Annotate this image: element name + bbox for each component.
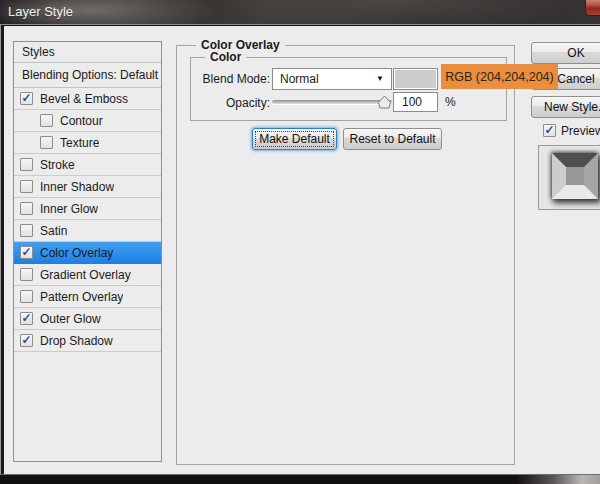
checkbox[interactable] xyxy=(20,202,33,215)
styles-panel: Styles Blending Options: Default ✓Bevel … xyxy=(13,41,162,462)
checkbox[interactable] xyxy=(20,290,33,303)
style-item-drop-shadow[interactable]: ✓Drop Shadow xyxy=(14,330,161,352)
bevel-preview-image xyxy=(552,153,598,199)
preview-label: Preview xyxy=(561,124,600,138)
dialog-body: Styles Blending Options: Default ✓Bevel … xyxy=(4,26,600,474)
checkbox[interactable] xyxy=(20,180,33,193)
style-item-gradient-overlay[interactable]: Gradient Overlay xyxy=(14,264,161,286)
make-default-button[interactable]: Make Default xyxy=(252,128,337,150)
blend-mode-select[interactable]: Normal ▼ xyxy=(272,68,392,90)
style-item-label: Outer Glow xyxy=(40,312,101,326)
rgb-annotation-text: RGB (204,204,204) xyxy=(445,70,553,84)
opacity-input[interactable]: 100 xyxy=(393,92,438,112)
style-item-label: Satin xyxy=(40,224,67,238)
color-group-title: Color xyxy=(205,50,246,64)
titlebar[interactable]: Layer Style xyxy=(0,0,600,25)
opacity-slider[interactable] xyxy=(272,92,392,112)
opacity-label: Opacity: xyxy=(190,92,270,114)
style-item-label: Stroke xyxy=(40,158,75,172)
new-style-button[interactable]: New Style... xyxy=(531,96,600,118)
opacity-unit: % xyxy=(445,92,456,112)
reset-to-default-button[interactable]: Reset to Default xyxy=(343,128,442,150)
preview-toggle[interactable]: ✓ Preview xyxy=(543,123,600,138)
style-item-inner-glow[interactable]: Inner Glow xyxy=(14,198,161,220)
checkbox[interactable]: ✓ xyxy=(20,246,33,259)
blend-mode-label: Blend Mode: xyxy=(190,68,270,90)
style-item-texture[interactable]: Texture xyxy=(14,132,161,154)
preview-checkbox[interactable]: ✓ xyxy=(543,124,556,137)
style-item-inner-shadow[interactable]: Inner Shadow xyxy=(14,176,161,198)
checkbox[interactable]: ✓ xyxy=(20,92,33,105)
checkbox[interactable]: ✓ xyxy=(20,312,33,325)
checkbox[interactable] xyxy=(20,268,33,281)
checkbox[interactable] xyxy=(20,158,33,171)
blending-options-item[interactable]: Blending Options: Default xyxy=(14,63,161,88)
style-item-label: Gradient Overlay xyxy=(40,268,131,282)
style-item-stroke[interactable]: Stroke xyxy=(14,154,161,176)
style-item-bevel-emboss[interactable]: ✓Bevel & Emboss xyxy=(14,88,161,110)
checkbox[interactable] xyxy=(20,224,33,237)
chevron-down-icon: ▼ xyxy=(376,69,384,89)
style-item-label: Inner Shadow xyxy=(40,180,114,194)
checkbox[interactable]: ✓ xyxy=(20,334,33,347)
rgb-annotation: RGB (204,204,204) xyxy=(441,64,558,89)
style-item-label: Drop Shadow xyxy=(40,334,113,348)
close-icon[interactable] xyxy=(585,0,600,16)
opacity-slider-track[interactable] xyxy=(272,100,392,104)
window-bottom-edge xyxy=(0,474,600,484)
style-item-contour[interactable]: Contour xyxy=(14,110,161,132)
window-title: Layer Style xyxy=(8,4,73,19)
style-item-label: Bevel & Emboss xyxy=(40,92,128,106)
styles-list-items: ✓Bevel & EmbossContourTextureStrokeInner… xyxy=(14,88,161,352)
style-item-label: Pattern Overlay xyxy=(40,290,123,304)
checkbox[interactable] xyxy=(40,114,53,127)
checkbox[interactable] xyxy=(40,136,53,149)
style-item-label: Color Overlay xyxy=(40,246,113,260)
style-item-satin[interactable]: Satin xyxy=(14,220,161,242)
ok-button[interactable]: OK xyxy=(531,42,600,64)
styles-panel-title: Styles xyxy=(14,42,161,63)
style-item-pattern-overlay[interactable]: Pattern Overlay xyxy=(14,286,161,308)
blend-mode-value: Normal xyxy=(280,72,319,86)
overlay-color-swatch[interactable] xyxy=(393,68,438,90)
style-item-outer-glow[interactable]: ✓Outer Glow xyxy=(14,308,161,330)
style-preview-thumbnail xyxy=(538,145,600,210)
style-item-label: Contour xyxy=(60,114,103,128)
layer-style-window: Layer Style Styles Blending Options: Def… xyxy=(0,0,600,484)
style-item-label: Texture xyxy=(60,136,99,150)
style-item-color-overlay[interactable]: ✓Color Overlay xyxy=(14,242,161,264)
opacity-slider-thumb[interactable] xyxy=(377,95,392,112)
style-item-label: Inner Glow xyxy=(40,202,98,216)
